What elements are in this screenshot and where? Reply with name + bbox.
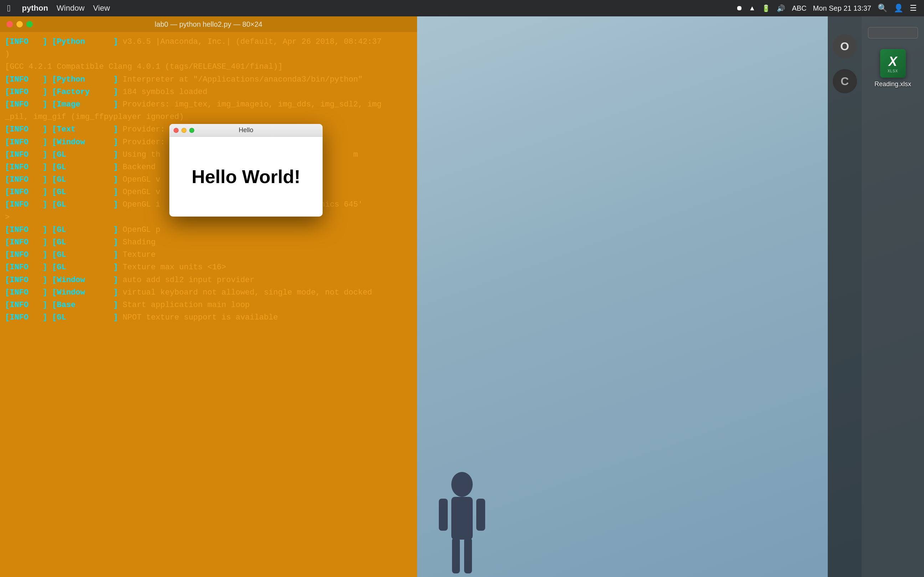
dialog-close-button[interactable] bbox=[174, 128, 179, 133]
menubar-right: ⏺ ▲ 🔋 🔊 ABC Mon Sep 21 13:37 🔍 👤 ☰ bbox=[736, 3, 917, 13]
menubar:  python Window View ⏺ ▲ 🔋 🔊 ABC Mon Sep… bbox=[0, 0, 924, 16]
sidebar-icon-c[interactable]: C bbox=[833, 69, 857, 93]
log-line: [INFO ] [Image ] Providers: img_tex, img… bbox=[5, 98, 412, 111]
log-line: [GCC 4.2.1 Compatible Clang 4.0.1 (tags/… bbox=[5, 61, 412, 73]
terminal-titlebar: lab0 — python hello2.py — 80×24 bbox=[0, 16, 417, 32]
log-line: [INFO ] [Window ] virtual keyboard not a… bbox=[5, 286, 412, 299]
log-line: [INFO ] [Window ] auto add sdl2 input pr… bbox=[5, 274, 412, 286]
dialog-titlebar: Hello bbox=[169, 124, 323, 137]
desktop-icon-reading-xlsx[interactable]: X XLSX Reading.xlsx bbox=[874, 49, 911, 88]
svg-point-0 bbox=[451, 472, 473, 497]
svg-rect-4 bbox=[452, 538, 460, 574]
dialog-content: Hello World! bbox=[169, 137, 323, 216]
battery-icon: 🔋 bbox=[762, 4, 771, 13]
log-line: [INFO ] [GL ] OpenGL p bbox=[5, 224, 412, 236]
desktop-search-bar[interactable] bbox=[868, 27, 918, 39]
dialog-title: Hello bbox=[239, 126, 253, 134]
terminal-minimize-button[interactable] bbox=[16, 21, 23, 27]
menu-view[interactable]: View bbox=[93, 3, 110, 13]
desktop-icon-label: Reading.xlsx bbox=[874, 81, 911, 88]
wifi-icon: ▲ bbox=[749, 4, 756, 12]
clock: Mon Sep 21 13:37 bbox=[813, 4, 871, 13]
sidebar-icon-o[interactable]: O bbox=[833, 34, 857, 58]
menu-python[interactable]: python bbox=[22, 3, 48, 13]
user-icon[interactable]: 👤 bbox=[894, 3, 903, 13]
terminal-close-button[interactable] bbox=[6, 21, 13, 27]
terminal-maximize-button[interactable] bbox=[26, 21, 33, 27]
log-line: [INFO ] [Base ] Start application main l… bbox=[5, 299, 412, 311]
desktop-figure bbox=[426, 470, 498, 577]
hello-world-label: Hello World! bbox=[191, 166, 300, 187]
hello-dialog[interactable]: Hello Hello World! bbox=[169, 124, 323, 216]
log-line: [INFO ] [Python ] v3.6.5 |Anaconda, Inc.… bbox=[5, 35, 412, 48]
svg-rect-3 bbox=[476, 499, 485, 531]
log-line: _pil, img_gif (img_ffpyplayer ignored) bbox=[5, 111, 412, 123]
log-line: [INFO ] [GL ] Texture bbox=[5, 248, 412, 261]
dialog-minimize-button[interactable] bbox=[181, 128, 186, 133]
dialog-maximize-button[interactable] bbox=[189, 128, 194, 133]
log-line: ) bbox=[5, 48, 412, 61]
desktop: lab0 — python hello2.py — 80×24 [INFO ] … bbox=[0, 16, 924, 577]
terminal-output: [INFO ] [Python ] v3.6.5 |Anaconda, Inc.… bbox=[0, 32, 417, 577]
cpu-icon: ⏺ bbox=[736, 4, 743, 12]
right-dark-panel: O C bbox=[828, 16, 862, 577]
terminal-window: lab0 — python hello2.py — 80×24 [INFO ] … bbox=[0, 16, 417, 577]
svg-rect-1 bbox=[451, 497, 473, 540]
log-line: [INFO ] [GL ] NPOT texture support is av… bbox=[5, 311, 412, 324]
log-line: [INFO ] [Factory ] 184 symbols loaded bbox=[5, 86, 412, 98]
dialog-window-controls bbox=[174, 128, 194, 133]
svg-rect-2 bbox=[439, 499, 448, 531]
abc-icon: ABC bbox=[792, 4, 806, 13]
search-icon[interactable]: 🔍 bbox=[878, 3, 887, 13]
log-line: [INFO ] [GL ] Shading bbox=[5, 236, 412, 248]
svg-rect-5 bbox=[464, 538, 472, 574]
terminal-title: lab0 — python hello2.py — 80×24 bbox=[155, 20, 262, 29]
log-line: [INFO ] [Python ] Interpreter at "/Appli… bbox=[5, 73, 412, 86]
log-line: [INFO ] [GL ] Texture max units <16> bbox=[5, 261, 412, 274]
desktop-icons-panel: X XLSX Reading.xlsx bbox=[862, 16, 924, 577]
notification-icon[interactable]: ☰ bbox=[910, 3, 917, 13]
apple-menu[interactable]:  bbox=[7, 3, 11, 14]
menu-window[interactable]: Window bbox=[57, 3, 84, 13]
volume-icon: 🔊 bbox=[777, 4, 785, 13]
terminal-window-controls bbox=[6, 21, 33, 27]
